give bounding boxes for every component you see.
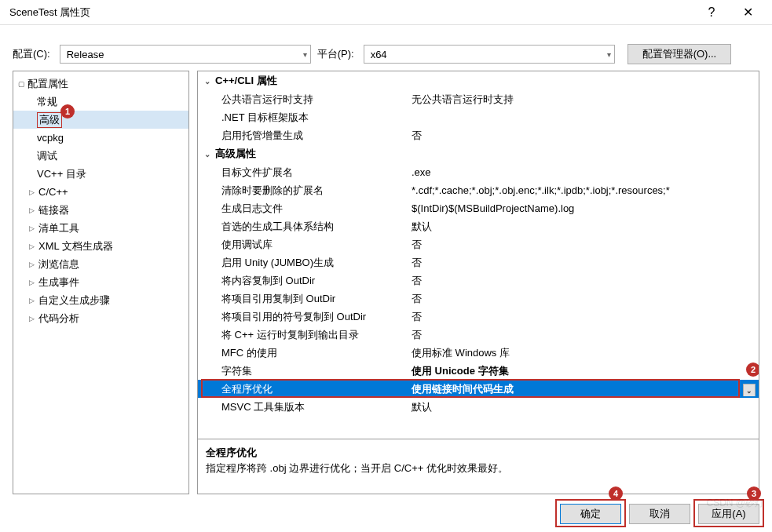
chevron-down-icon: ⌄ xyxy=(204,77,210,86)
property-label: 全程序优化 xyxy=(198,382,410,396)
property-label: 生成日志文件 xyxy=(198,202,410,216)
tree-item-label: XML 文档生成器 xyxy=(38,239,113,253)
tree-item-label: 浏览信息 xyxy=(38,257,79,271)
badge-4: 4 xyxy=(609,486,623,501)
property-label: 目标文件扩展名 xyxy=(198,166,410,180)
tree-item-label: vcpkg xyxy=(37,132,64,144)
config-tree[interactable]: ▢ 配置属性 常规1高级vcpkg调试VC++ 目录▷C/C++▷链接器▷清单工… xyxy=(13,71,189,494)
property-row[interactable]: 启用 Unity (JUMBO)生成否 xyxy=(198,253,759,271)
tree-root-label: 配置属性 xyxy=(27,77,68,91)
title-bar: SceneTest 属性页 ? ✕ xyxy=(0,0,772,25)
property-row[interactable]: 将项目引用的符号复制到 OutDir否 xyxy=(198,308,759,326)
help-button[interactable]: ? xyxy=(693,1,730,24)
badge-2: 2 xyxy=(746,363,759,377)
chevron-down-icon: ▾ xyxy=(607,50,611,59)
property-value[interactable]: 否 xyxy=(410,274,759,288)
platform-value: x64 xyxy=(371,49,387,60)
group-header[interactable]: ⌄高级属性 xyxy=(198,144,759,163)
property-row[interactable]: 生成日志文件$(IntDir)$(MSBuildProjectName).log xyxy=(198,199,759,217)
property-value[interactable]: 否 xyxy=(410,129,759,143)
badge-3: 3 xyxy=(747,486,761,501)
property-row[interactable]: 公共语言运行时支持无公共语言运行时支持 xyxy=(198,90,759,108)
tree-item-label: 常规 xyxy=(37,95,57,109)
triangle-right-icon: ▷ xyxy=(29,188,38,196)
tree-item[interactable]: ▷代码分析 xyxy=(13,309,188,327)
property-row[interactable]: 全程序优化使用链接时间代码生成⌄ xyxy=(198,380,759,398)
tree-root[interactable]: ▢ 配置属性 xyxy=(13,75,188,93)
property-label: 使用调试库 xyxy=(198,238,410,252)
property-row[interactable]: .NET 目标框架版本 xyxy=(198,108,759,126)
property-row[interactable]: 启用托管增量生成否 xyxy=(198,126,759,144)
property-row[interactable]: 将项目引用复制到 OutDir否 xyxy=(198,290,759,308)
property-row[interactable]: 首选的生成工具体系结构默认 xyxy=(198,217,759,235)
config-manager-button[interactable]: 配置管理器(O)... xyxy=(627,44,732,64)
tree-item-label: 高级 xyxy=(37,112,62,128)
tree-item[interactable]: 常规 xyxy=(13,93,188,111)
property-label: 将项目引用的符号复制到 OutDir xyxy=(198,310,410,324)
property-value[interactable]: 使用标准 Windows 库 xyxy=(410,346,759,360)
group-title: C++/CLI 属性 xyxy=(215,74,277,88)
property-label: 首选的生成工具体系结构 xyxy=(198,220,410,234)
tree-item[interactable]: 1高级 xyxy=(13,111,188,129)
group-header[interactable]: ⌄C++/CLI 属性 xyxy=(198,71,759,90)
config-dropdown[interactable]: Release ▾ xyxy=(60,45,311,64)
property-value[interactable]: 否 xyxy=(410,238,759,252)
property-value[interactable]: 使用链接时间代码生成⌄ xyxy=(410,382,759,396)
tree-item[interactable]: 调试 xyxy=(13,147,188,165)
triangle-right-icon: ▷ xyxy=(29,297,38,304)
group-title: 高级属性 xyxy=(215,147,256,161)
tree-item[interactable]: ▷链接器 xyxy=(13,201,188,219)
property-row[interactable]: 清除时要删除的扩展名*.cdf;*.cache;*.obj;*.obj.enc;… xyxy=(198,181,759,199)
description-body: 指定程序将跨 .obj 边界进行优化；当开启 C/C++ 优化时效果最好。 xyxy=(206,461,751,476)
tree-item[interactable]: vcpkg xyxy=(13,129,188,147)
triangle-down-icon: ▢ xyxy=(18,80,27,88)
triangle-right-icon: ▷ xyxy=(29,279,38,286)
tree-item[interactable]: ▷自定义生成步骤 xyxy=(13,291,188,309)
property-label: 将 C++ 运行时复制到输出目录 xyxy=(198,328,410,342)
property-row[interactable]: 目标文件扩展名.exe xyxy=(198,163,759,181)
triangle-right-icon: ▷ xyxy=(29,206,38,214)
property-value[interactable]: 否 xyxy=(410,292,759,306)
platform-dropdown[interactable]: x64 ▾ xyxy=(364,45,615,64)
property-value[interactable]: .exe xyxy=(410,166,759,178)
triangle-right-icon: ▷ xyxy=(29,315,38,322)
property-label: 启用 Unity (JUMBO)生成 xyxy=(198,256,410,270)
property-value[interactable]: 否 xyxy=(410,310,759,324)
property-value[interactable]: 否 xyxy=(410,256,759,270)
config-value: Release xyxy=(67,49,104,60)
property-row[interactable]: MFC 的使用使用标准 Windows 库 xyxy=(198,344,759,362)
tree-item[interactable]: VC++ 目录 xyxy=(13,165,188,183)
property-value[interactable]: *.cdf;*.cache;*.obj;*.obj.enc;*.ilk;*.ip… xyxy=(410,184,759,196)
property-value[interactable]: $(IntDir)$(MSBuildProjectName).log xyxy=(410,202,759,214)
close-button[interactable]: ✕ xyxy=(730,1,766,24)
property-row[interactable]: MSVC 工具集版本默认 xyxy=(198,398,759,416)
tree-item[interactable]: ▷C/C++ xyxy=(13,183,188,201)
property-label: 将项目引用复制到 OutDir xyxy=(198,292,410,306)
tree-item[interactable]: ▷浏览信息 xyxy=(13,255,188,273)
tree-item-label: 清单工具 xyxy=(38,221,79,235)
property-row[interactable]: 使用调试库否 xyxy=(198,235,759,253)
property-row[interactable]: 字符集使用 Unicode 字符集2 xyxy=(198,362,759,380)
cancel-button[interactable]: 取消 xyxy=(629,504,690,524)
property-row[interactable]: 将内容复制到 OutDir否 xyxy=(198,271,759,290)
tree-item[interactable]: ▷清单工具 xyxy=(13,219,188,237)
tree-item[interactable]: ▷生成事件 xyxy=(13,273,188,291)
config-toolbar: 配置(C): Release ▾ 平台(P): x64 ▾ 配置管理器(O)..… xyxy=(0,25,772,71)
tree-item-label: 链接器 xyxy=(38,203,69,217)
property-row[interactable]: 将 C++ 运行时复制到输出目录否 xyxy=(198,326,759,344)
property-value[interactable]: 否 xyxy=(410,328,759,342)
tree-item-label: VC++ 目录 xyxy=(37,167,86,181)
property-value[interactable]: 默认 xyxy=(410,400,759,414)
property-value[interactable]: 默认 xyxy=(410,220,759,234)
property-grid[interactable]: ⌄C++/CLI 属性公共语言运行时支持无公共语言运行时支持.NET 目标框架版… xyxy=(197,71,759,439)
property-value[interactable]: 无公共语言运行时支持 xyxy=(410,93,759,107)
tree-item[interactable]: ▷XML 文档生成器 xyxy=(13,237,188,255)
dropdown-arrow-icon[interactable]: ⌄ xyxy=(743,384,756,396)
property-value[interactable]: 使用 Unicode 字符集 xyxy=(410,364,759,378)
chevron-down-icon: ▾ xyxy=(303,50,307,59)
chevron-down-icon: ⌄ xyxy=(204,150,210,159)
config-label: 配置(C): xyxy=(13,47,50,61)
tree-item-label: 自定义生成步骤 xyxy=(38,293,110,308)
property-description: 全程序优化 指定程序将跨 .obj 边界进行优化；当开启 C/C++ 优化时效果… xyxy=(197,439,759,494)
ok-button[interactable]: 确定 xyxy=(560,504,621,524)
